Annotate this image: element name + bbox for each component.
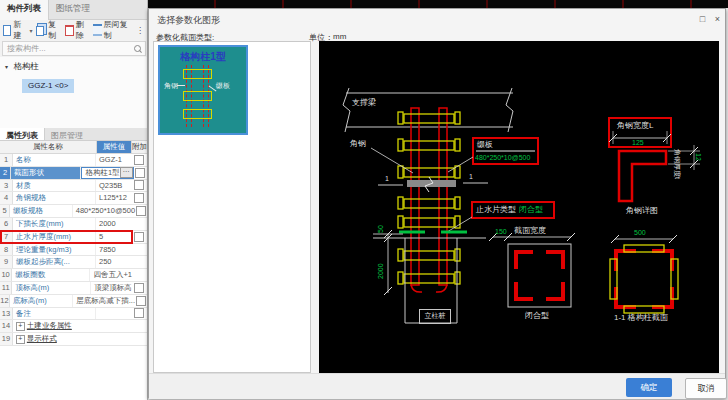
tab-property-list[interactable]: 属性列表	[0, 128, 45, 140]
property-name: 角钢规格	[13, 192, 96, 204]
delete-button[interactable]: 删除	[65, 19, 90, 41]
close-button[interactable]: ×	[710, 12, 725, 27]
property-row[interactable]: 1名称GGZ-1	[0, 154, 147, 167]
tab-layer-management[interactable]: 图层管理	[45, 128, 89, 140]
property-value[interactable]: 250	[96, 256, 131, 268]
property-value[interactable]: L125*12	[96, 192, 131, 204]
tab-component-list[interactable]: 构件列表	[0, 0, 49, 20]
copy-button[interactable]: 复制	[36, 19, 63, 41]
attach-checkbox[interactable]	[134, 180, 144, 190]
property-value[interactable]: 四舍五入+1	[90, 269, 132, 281]
dim-500: 500	[634, 229, 646, 236]
property-tabbar: 属性列表 图层管理	[0, 128, 147, 141]
attach-cell	[131, 308, 147, 320]
thumb-batten-label: 缀板	[216, 81, 230, 91]
property-row[interactable]: 19+显示样式	[0, 333, 147, 346]
property-value[interactable]: 格构柱1型⋯	[81, 167, 133, 179]
new-button[interactable]: 新建 ▾	[3, 19, 33, 41]
property-row[interactable]: 2截面形状格构柱1型⋯	[0, 167, 147, 180]
attach-checkbox[interactable]	[136, 296, 146, 306]
dim-50: 50	[377, 225, 384, 233]
header-property-value: 属性值	[97, 141, 132, 153]
property-value[interactable]: 5	[96, 231, 131, 243]
tab-drawing-management[interactable]: 图纸管理	[49, 0, 97, 20]
attach-cell	[131, 192, 147, 204]
property-row[interactable]: 10缀板圈数四舍五入+1	[0, 269, 147, 282]
property-name: +土建业务属性	[13, 320, 128, 332]
attach-cell	[135, 205, 147, 217]
property-row[interactable]: 6下插长度(mm)2000	[0, 218, 147, 231]
cancel-button[interactable]: 取消	[685, 378, 727, 399]
group-label: 土建业务属性	[27, 320, 72, 332]
row-number: 13	[0, 308, 13, 320]
attach-cell	[131, 333, 147, 345]
attach-checkbox[interactable]	[134, 283, 144, 293]
property-name: 缀板起步距离(...	[13, 256, 96, 268]
group-label: 显示样式	[27, 333, 57, 345]
attach-cell	[131, 320, 147, 332]
row-number: 2	[0, 167, 11, 179]
thumb-angle-label: 角钢	[164, 81, 178, 91]
property-value[interactable]: 7850	[96, 244, 131, 256]
tree-item-ggz1[interactable]: GGZ-1 <0>	[22, 79, 74, 93]
property-value[interactable]: 480*250*10@500	[73, 205, 135, 217]
expand-icon[interactable]: +	[16, 335, 25, 344]
attach-checkbox[interactable]	[134, 308, 144, 318]
layer-copy-button[interactable]: 层间复制	[93, 19, 133, 41]
property-row[interactable]: 13备注	[0, 308, 147, 321]
section-type-list: 格构柱1型 角钢 缀板	[153, 41, 311, 373]
section-type-thumbnail[interactable]: 格构柱1型 角钢 缀板	[158, 45, 248, 135]
maximize-button[interactable]: □	[695, 12, 710, 27]
property-row[interactable]: 11顶标高(m)顶梁顶标高	[0, 282, 147, 295]
pile-label: 立柱桩	[419, 309, 451, 324]
dim-2000: 2000	[377, 263, 384, 279]
dialog-title: 选择参数化图形	[157, 14, 220, 27]
toolbar-more-icon[interactable]: ⋮	[136, 26, 144, 35]
tree-expand-icon[interactable]: ▾	[5, 64, 8, 70]
component-toolbar: 新建 ▾ 复制 删除 层间复制 ⋮	[0, 20, 147, 40]
ok-button[interactable]: 确定	[626, 378, 672, 397]
property-row[interactable]: 3材质Q235B	[0, 180, 147, 193]
dim-12: 12	[695, 153, 702, 161]
property-value[interactable]	[96, 308, 131, 320]
property-row[interactable]: 12底标高(m)层底标高减下插...	[0, 295, 147, 308]
row-number: 11	[0, 282, 12, 294]
property-row[interactable]: 5缀板规格480*250*10@500	[0, 205, 147, 218]
header-property-name: 属性名称	[0, 141, 97, 153]
property-value[interactable]: 层底标高减下插...	[73, 295, 135, 307]
section-width-label: 截面宽度	[514, 227, 546, 235]
batten-spec: 480*250*10@500	[475, 154, 530, 161]
attach-checkbox[interactable]	[135, 168, 145, 178]
attach-checkbox[interactable]	[134, 232, 144, 242]
row-number: 6	[0, 218, 13, 230]
property-row[interactable]: 7止水片厚度(mm)5	[0, 231, 147, 244]
property-value[interactable]: 2000	[96, 218, 131, 230]
parametric-graphic-dialog: 选择参数化图形 □ × 参数化截面类型: 单位： mm 格构柱1型 角钢 缀板	[148, 8, 726, 398]
section-1-1-label: 1-1 格构柱截面	[614, 314, 668, 322]
search-input[interactable]: 搜索构件...	[2, 41, 146, 56]
attach-checkbox[interactable]	[134, 193, 144, 203]
property-value[interactable]: Q235B	[96, 180, 131, 192]
row-number: 10	[0, 269, 12, 281]
expand-icon[interactable]: +	[16, 322, 25, 331]
attach-checkbox[interactable]	[134, 155, 144, 165]
property-row[interactable]: 9缀板起步距离(...250	[0, 256, 147, 269]
tree-group-lattice-column[interactable]: ▾ 格构柱	[5, 61, 39, 73]
angle-detail-label: 角钢详图	[626, 207, 658, 215]
search-placeholder: 搜索构件...	[7, 43, 46, 54]
attach-cell	[131, 180, 147, 192]
property-value[interactable]: GGZ-1	[96, 154, 131, 166]
thumb-plate	[183, 109, 212, 119]
row-number: 1	[0, 154, 13, 166]
property-row[interactable]: 8理论重量(kg/m3)7850	[0, 244, 147, 257]
property-value[interactable]: 顶梁顶标高	[91, 282, 132, 294]
property-row[interactable]: 14+土建业务属性	[0, 320, 147, 333]
dialog-titlebar: 选择参数化图形 □ ×	[149, 9, 725, 31]
property-name: 理论重量(kg/m3)	[13, 244, 96, 256]
attach-cell	[132, 269, 147, 281]
waterstop-type-value: 闭合型	[519, 206, 543, 214]
attach-checkbox[interactable]	[136, 206, 146, 216]
property-row[interactable]: 4角钢规格L125*12	[0, 192, 147, 205]
open-parametric-dialog-button[interactable]: ⋯	[120, 167, 133, 178]
dialog-footer: 确定 取消	[149, 373, 725, 399]
